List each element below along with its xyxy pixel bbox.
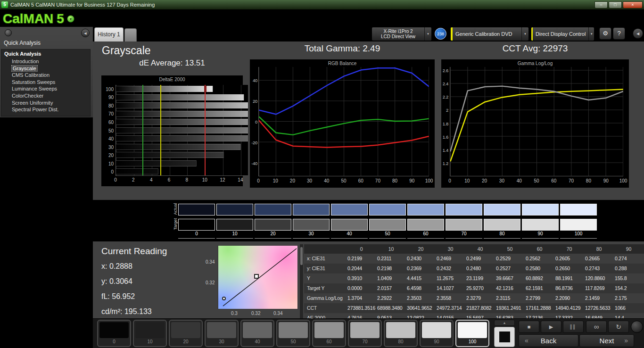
- reading-cdm2-value: cd/m²: 195.133: [101, 307, 152, 316]
- y-tick-label: 1.8: [443, 121, 448, 126]
- minimize-icon: –: [600, 2, 602, 7]
- calman-app-window: 5 CalMAN 5 CalMAN Ultimate for Business …: [0, 0, 644, 348]
- sidebar-item-colorchecker[interactable]: ColorChecker: [4, 92, 90, 99]
- patch-button-30[interactable]: 30: [205, 320, 239, 347]
- tree-root-item[interactable]: Quick Analysis: [4, 51, 90, 58]
- sidebar-item-label: Saturation Sweeps: [12, 79, 55, 85]
- table-cell: 12726.5633: [584, 303, 614, 313]
- close-button[interactable]: ×: [623, 1, 643, 8]
- x-tick-label: 60: [551, 178, 556, 183]
- actual-swatch: [293, 204, 330, 215]
- back-button[interactable]: « Back: [519, 334, 578, 347]
- continuous-read-button[interactable]: ∞: [586, 321, 607, 333]
- patch-label: 10: [134, 339, 166, 344]
- table-cell: 24972.3714: [436, 303, 465, 313]
- table-corner-cell: [304, 244, 347, 254]
- help-button[interactable]: ?: [613, 27, 625, 40]
- target-swatch: [293, 219, 330, 231]
- patch-button-20[interactable]: 20: [169, 320, 203, 347]
- sidebar-item-introduction[interactable]: Introduction: [4, 58, 90, 65]
- swatch-underline: [255, 238, 291, 239]
- settings-button[interactable]: ⚙: [599, 27, 611, 40]
- sidebar-item-luminance-sweeps[interactable]: Luminance Sweeps: [4, 85, 90, 92]
- meter-dropdown[interactable]: X-Rite i1Pro 2 LCD Direct View ▼: [372, 27, 432, 41]
- sidebar-item-grayscale[interactable]: Grayscale: [4, 65, 90, 72]
- back-label: Back: [541, 337, 556, 345]
- patch-button-90[interactable]: 90: [420, 320, 454, 347]
- table-cell: 2.175: [614, 293, 644, 303]
- refresh-button[interactable]: ↻: [608, 321, 629, 333]
- y-tick-label: 80: [108, 103, 114, 108]
- x-tick-label: 90: [603, 178, 609, 183]
- play-button[interactable]: ▶: [541, 321, 561, 333]
- display-control-dropdown[interactable]: Direct Display Control ▼: [531, 27, 594, 41]
- row-label: Y: [304, 273, 347, 283]
- sidebar-knob-icon[interactable]: [5, 29, 12, 36]
- read-indicator-orb[interactable]: [631, 321, 643, 333]
- sidebar-item-screen-uniformity[interactable]: Screen Uniformity: [4, 99, 90, 107]
- sidebar-item-spectral-power-dist[interactable]: Spectral Power Dist.: [4, 106, 90, 113]
- patch-stepper-up-button[interactable]: ▲: [494, 320, 515, 326]
- y-tick-label: -20: [251, 140, 257, 145]
- maximize-button[interactable]: □: [609, 1, 622, 8]
- tab-stub[interactable]: [124, 28, 137, 41]
- patch-button-40[interactable]: 40: [240, 320, 274, 347]
- table-cell: 0.2580: [525, 264, 554, 273]
- x-tick-label: 50: [341, 178, 346, 183]
- patch-button-80[interactable]: 80: [384, 320, 418, 347]
- column-header: 80: [584, 244, 614, 254]
- patch-label: 30: [206, 339, 238, 344]
- table-row: CCT273881.351668988.348030641.965224972.…: [304, 303, 644, 313]
- table-cell: 86.8736: [554, 283, 584, 293]
- patch-button-60[interactable]: 60: [312, 320, 346, 347]
- scrollbar-thumb[interactable]: [300, 247, 303, 265]
- tree-items: IntroductionGrayscaleCMS CalibrationSatu…: [4, 58, 90, 113]
- x-tick-label: 60: [358, 178, 363, 183]
- chart-title: Gamma Log/Log: [441, 61, 629, 66]
- y-axis-labels: 2.62.42.221.81.61.41.2: [441, 67, 449, 176]
- sidebar-collapse-button[interactable]: ◀: [81, 29, 90, 37]
- logo-text: CalMAN: [3, 11, 53, 26]
- stop-button[interactable]: ■: [519, 321, 539, 333]
- collapse-panel-button[interactable]: ◀: [633, 28, 643, 39]
- sidebar-item-cms-calibration[interactable]: CMS Calibration: [4, 72, 90, 79]
- swatch-level-label: 30: [293, 231, 330, 236]
- next-button[interactable]: Next »: [579, 334, 634, 347]
- x-tick-label: 12: [220, 177, 225, 182]
- table-cell: 62.1591: [525, 283, 554, 293]
- pause-button[interactable]: ▌▌: [563, 321, 584, 333]
- x-tick-label: 10: [202, 177, 207, 182]
- patch-button-0[interactable]: 0: [97, 320, 131, 347]
- y-tick-label: 2.2: [443, 94, 448, 99]
- sidebar-item-saturation-sweeps[interactable]: Saturation Sweeps: [4, 79, 90, 86]
- y-tick-label: 30: [108, 144, 114, 149]
- source-dropdown[interactable]: Generic Calibration DVD ▼: [450, 27, 529, 41]
- y-tick-label: 0.32: [206, 280, 215, 285]
- target-swatch: [255, 219, 291, 231]
- table-row: Target Y0.00002.01576.459814.102725.9270…: [304, 283, 644, 293]
- patch-label: 40: [241, 339, 273, 344]
- table-cell: 2.3115: [495, 293, 525, 303]
- table-cell: 0.2199: [347, 254, 376, 264]
- swatch-underline: [216, 238, 253, 239]
- table-cell: 0.288: [614, 264, 644, 273]
- patch-button-70[interactable]: 70: [348, 320, 382, 347]
- logo-dropdown-chip[interactable]: ▼: [67, 15, 74, 23]
- table-cell: 9.0513: [376, 313, 406, 318]
- column-header: 90: [614, 244, 644, 254]
- patch-window-preview[interactable]: [494, 327, 515, 347]
- patch-button-10[interactable]: 10: [133, 320, 167, 347]
- rgb-balance-chart: RGB Balance 40200-20-40 0102030405060708…: [250, 59, 435, 188]
- minimize-button[interactable]: –: [594, 1, 608, 8]
- y-tick-label: 50: [108, 128, 114, 133]
- y-tick-label: 1.4: [443, 147, 448, 152]
- column-header: 0: [347, 244, 376, 254]
- table-scrollbar[interactable]: [300, 244, 303, 318]
- tab-history-1[interactable]: History 1: [94, 27, 124, 41]
- swatch-level-label: 40: [331, 231, 368, 236]
- calman-logo: CalMAN 5 ▼: [3, 11, 74, 26]
- patch-button-100[interactable]: 100: [455, 320, 489, 347]
- patch-label: 60: [313, 339, 345, 344]
- y-tick-label: 90: [108, 95, 114, 100]
- patch-button-50[interactable]: 50: [276, 320, 310, 347]
